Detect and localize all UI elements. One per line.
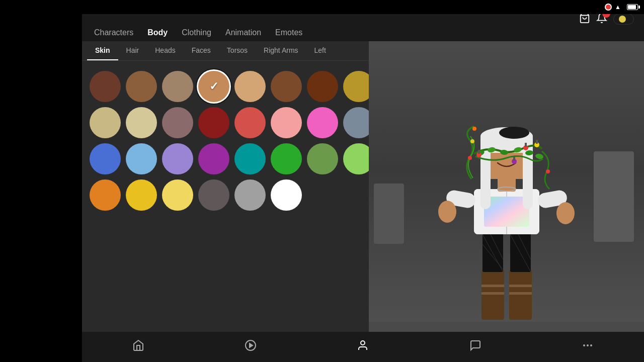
color-swatch-0-2[interactable] bbox=[162, 71, 193, 102]
status-bar: ▲ bbox=[0, 0, 644, 14]
bottom-nav-avatar[interactable] bbox=[350, 337, 375, 357]
bottom-nav-home[interactable] bbox=[126, 337, 151, 357]
color-swatch-1-2[interactable] bbox=[162, 107, 193, 138]
body-tabs: SkinHairHeadsFacesTorsosRight ArmsLeft bbox=[82, 41, 369, 61]
recording-dot bbox=[605, 4, 612, 11]
svg-rect-41 bbox=[536, 140, 538, 144]
avatar-preview-panel bbox=[369, 41, 644, 362]
wifi-icon: ▲ bbox=[615, 4, 621, 11]
color-swatch-2-5[interactable] bbox=[271, 143, 302, 174]
battery-icon bbox=[627, 4, 638, 10]
color-swatch-1-0[interactable] bbox=[90, 107, 121, 138]
status-right: ▲ bbox=[605, 4, 638, 11]
color-swatch-0-1[interactable] bbox=[126, 71, 157, 102]
body-tab-right arms[interactable]: Right Arms bbox=[256, 41, 306, 60]
color-swatch-0-3[interactable] bbox=[198, 71, 229, 102]
home-icon bbox=[132, 339, 144, 354]
color-swatch-1-6[interactable] bbox=[307, 107, 338, 138]
nav-tab-animation[interactable]: Animation bbox=[218, 24, 268, 41]
color-swatch-3-2[interactable] bbox=[162, 179, 193, 211]
color-swatch-1-5[interactable] bbox=[271, 107, 302, 138]
svg-point-47 bbox=[546, 169, 550, 173]
color-swatch-2-0[interactable] bbox=[90, 143, 121, 174]
color-row-2 bbox=[90, 143, 361, 174]
body-tab-faces[interactable]: Faces bbox=[184, 41, 219, 60]
bottom-nav bbox=[82, 332, 644, 362]
color-swatch-0-6[interactable] bbox=[307, 71, 338, 102]
color-swatch-3-3[interactable] bbox=[198, 179, 229, 211]
svg-rect-6 bbox=[509, 292, 532, 295]
scene-block-right bbox=[594, 151, 634, 242]
color-swatch-1-4[interactable] bbox=[234, 107, 266, 138]
color-swatch-0-0[interactable] bbox=[90, 71, 121, 102]
svg-point-19 bbox=[438, 201, 456, 223]
svg-rect-5 bbox=[481, 292, 504, 295]
nav-tab-characters[interactable]: Characters bbox=[87, 24, 140, 41]
svg-point-52 bbox=[591, 345, 592, 346]
svg-point-50 bbox=[361, 341, 365, 345]
svg-rect-4 bbox=[509, 285, 532, 287]
svg-rect-43 bbox=[513, 156, 515, 160]
color-swatch-2-3[interactable] bbox=[198, 143, 229, 174]
color-row-1 bbox=[90, 107, 361, 138]
svg-point-45 bbox=[470, 139, 474, 143]
color-swatch-1-1[interactable] bbox=[126, 107, 157, 138]
svg-rect-38 bbox=[478, 150, 480, 154]
nav-tab-body[interactable]: Body bbox=[140, 24, 175, 41]
chat-icon bbox=[469, 339, 481, 354]
more-icon bbox=[582, 339, 594, 354]
svg-point-46 bbox=[472, 127, 476, 131]
color-swatch-0-4[interactable] bbox=[234, 71, 266, 102]
avatar-figure bbox=[436, 88, 577, 332]
color-swatch-3-1[interactable] bbox=[126, 179, 157, 211]
svg-point-21 bbox=[556, 202, 575, 224]
left-panel: SkinHairHeadsFacesTorsosRight ArmsLeft bbox=[82, 41, 369, 362]
nav-tabs: CharactersBodyClothingAnimationEmotes bbox=[82, 24, 644, 41]
shopping-bag-button[interactable] bbox=[579, 13, 590, 26]
bottom-nav-play[interactable] bbox=[238, 337, 263, 357]
svg-point-44 bbox=[468, 156, 472, 160]
svg-rect-3 bbox=[481, 285, 504, 287]
svg-marker-49 bbox=[250, 343, 253, 347]
svg-point-51 bbox=[587, 345, 588, 346]
notification-button[interactable] bbox=[596, 13, 607, 26]
color-row-3 bbox=[90, 179, 361, 211]
header-row bbox=[82, 19, 644, 24]
scene-block-left bbox=[374, 184, 404, 244]
body-tab-left[interactable]: Left bbox=[306, 41, 334, 60]
color-grid bbox=[82, 61, 369, 221]
color-swatch-3-4[interactable] bbox=[234, 179, 266, 211]
svg-point-29 bbox=[499, 127, 529, 139]
color-swatch-0-5[interactable] bbox=[271, 71, 302, 102]
play-icon bbox=[245, 339, 257, 354]
svg-point-53 bbox=[584, 345, 585, 346]
color-row-0 bbox=[90, 71, 361, 102]
svg-rect-8 bbox=[510, 229, 531, 272]
robux-badge[interactable] bbox=[613, 14, 634, 25]
battery-fill bbox=[628, 5, 636, 9]
color-swatch-2-6[interactable] bbox=[307, 143, 338, 174]
color-swatch-3-5[interactable] bbox=[271, 179, 302, 211]
bottom-nav-more[interactable] bbox=[575, 337, 600, 357]
body-tab-hair[interactable]: Hair bbox=[118, 41, 147, 60]
robux-icon bbox=[619, 16, 626, 23]
avatar-scene bbox=[369, 41, 644, 362]
body-tab-torsos[interactable]: Torsos bbox=[219, 41, 256, 60]
app-header: CharactersBodyClothingAnimationEmotes bbox=[82, 14, 644, 41]
nav-tab-clothing[interactable]: Clothing bbox=[175, 24, 218, 41]
color-swatch-2-2[interactable] bbox=[162, 143, 193, 174]
color-swatch-3-0[interactable] bbox=[90, 179, 121, 211]
svg-rect-39 bbox=[525, 143, 527, 147]
content-area: SkinHairHeadsFacesTorsosRight ArmsLeft bbox=[82, 41, 644, 362]
color-swatch-2-1[interactable] bbox=[126, 143, 157, 174]
body-tab-heads[interactable]: Heads bbox=[147, 41, 183, 60]
left-black-area bbox=[0, 14, 82, 362]
color-swatch-2-4[interactable] bbox=[234, 143, 266, 174]
color-swatch-1-3[interactable] bbox=[198, 107, 229, 138]
body-tab-skin[interactable]: Skin bbox=[87, 41, 118, 60]
bottom-nav-chat[interactable] bbox=[463, 337, 488, 357]
header-icons bbox=[579, 13, 634, 26]
app-container: CharactersBodyClothingAnimationEmotes Sk… bbox=[82, 14, 644, 362]
nav-tab-emotes[interactable]: Emotes bbox=[268, 24, 309, 41]
avatar-icon bbox=[357, 339, 369, 354]
